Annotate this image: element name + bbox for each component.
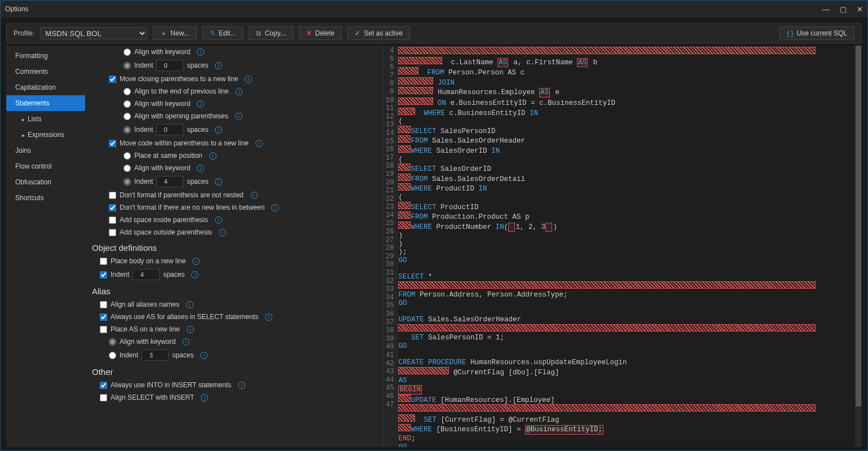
radio-align-keyword-4[interactable] <box>109 338 116 346</box>
info-icon[interactable]: i <box>215 62 222 69</box>
maximize-icon[interactable]: ▢ <box>840 5 847 14</box>
info-icon[interactable]: i <box>201 394 208 401</box>
sidebar-item-label: Shortcuts <box>15 194 44 202</box>
label-spaces-objdef: spaces <box>163 271 184 278</box>
check-add-space-inside[interactable] <box>109 216 116 224</box>
options-pane: Align with keywordi Indentspacesi Move c… <box>85 46 383 447</box>
code-scrollbar[interactable] <box>855 46 862 447</box>
info-icon[interactable]: i <box>187 326 194 333</box>
check-move-code-within[interactable] <box>109 140 116 147</box>
radio-align-open-paren[interactable] <box>124 113 131 120</box>
radio-place-same-pos[interactable] <box>124 152 131 160</box>
sidebar-item-lists[interactable]: ▸Lists <box>6 111 85 127</box>
info-icon[interactable]: i <box>200 352 208 359</box>
sidebar-item-flow-control[interactable]: Flow control <box>6 158 85 174</box>
section-object-definitions: Object definitions <box>92 238 373 255</box>
info-icon[interactable]: i <box>219 229 226 236</box>
use-current-sql-button[interactable]: { }Use current SQL <box>779 26 854 40</box>
set-active-button[interactable]: ✓Set as active <box>347 26 410 40</box>
profile-select[interactable]: MSDN SQL BOL <box>40 27 147 39</box>
sidebar-item-statements[interactable]: Statements <box>6 95 85 111</box>
sidebar-item-label: Statements <box>15 99 50 107</box>
label-indent-alias: Indent <box>120 351 138 359</box>
check-dont-format-nested[interactable] <box>109 192 116 199</box>
sidebar-item-label: Lists <box>28 115 42 123</box>
label-place-as-newline: Place AS on a new line <box>111 325 180 333</box>
check-place-as-newline[interactable] <box>100 326 107 333</box>
sidebar-item-capitalization[interactable]: Capitalization <box>6 79 85 95</box>
close-icon[interactable]: ✕ <box>857 5 863 14</box>
sidebar-item-formatting[interactable]: Formatting <box>6 48 85 64</box>
info-icon[interactable]: i <box>186 301 193 308</box>
radio-indent-3[interactable] <box>124 178 131 185</box>
info-icon[interactable]: i <box>250 192 258 199</box>
copy-button[interactable]: ⧉Copy... <box>249 26 293 40</box>
check-indent-objdef[interactable] <box>100 271 107 278</box>
label-move-closing: Move closing parentheses to a new line <box>120 75 238 83</box>
check-move-closing[interactable] <box>109 76 116 83</box>
info-icon[interactable]: i <box>271 204 279 211</box>
info-icon[interactable]: i <box>197 48 204 56</box>
sidebar: FormattingCommentsCapitalizationStatemen… <box>6 46 85 447</box>
info-icon[interactable]: i <box>235 88 243 95</box>
sidebar-item-label: Obfuscation <box>15 178 51 186</box>
check-align-aliases[interactable] <box>100 301 107 308</box>
info-icon[interactable]: i <box>182 338 190 346</box>
sidebar-item-label: Comments <box>15 68 48 76</box>
info-icon[interactable]: i <box>255 140 263 147</box>
info-icon[interactable]: i <box>235 113 243 120</box>
indent-value-2[interactable] <box>156 124 183 135</box>
info-icon[interactable]: i <box>209 152 217 160</box>
info-icon[interactable]: i <box>197 100 204 108</box>
label-spaces-2: spaces <box>187 126 208 134</box>
info-icon[interactable]: i <box>265 313 272 321</box>
sidebar-item-comments[interactable]: Comments <box>6 64 85 79</box>
sidebar-item-label: Formatting <box>15 52 47 60</box>
sidebar-item-label: Joins <box>15 147 31 154</box>
check-dont-format-newlines[interactable] <box>109 204 116 211</box>
radio-align-keyword-2[interactable] <box>124 100 131 108</box>
check-place-body-newline[interactable] <box>100 258 107 265</box>
radio-indent-1[interactable] <box>124 62 131 69</box>
scrollbar-thumb[interactable] <box>856 46 861 406</box>
info-icon[interactable]: i <box>215 178 222 185</box>
check-align-select-insert[interactable] <box>100 394 107 401</box>
radio-align-keyword-1[interactable] <box>124 48 131 56</box>
sidebar-item-shortcuts[interactable]: Shortcuts <box>6 190 85 206</box>
info-icon[interactable]: i <box>197 165 204 172</box>
check-icon: ✓ <box>355 29 360 37</box>
label-indent-2: Indent <box>134 126 153 134</box>
radio-indent-2[interactable] <box>124 126 131 134</box>
check-always-use-as[interactable] <box>100 313 107 321</box>
indent-value-objdef[interactable] <box>133 269 160 280</box>
label-align-open-paren: Align with opening parentheses <box>134 112 228 120</box>
indent-value-alias[interactable] <box>142 350 169 361</box>
sidebar-item-joins[interactable]: Joins <box>6 143 85 158</box>
indent-value-1[interactable] <box>156 60 183 71</box>
edit-button[interactable]: ✎Edit... <box>202 26 244 40</box>
label-always-use-into: Always use INTO in INSERT statements <box>111 381 231 389</box>
radio-align-keyword-3[interactable] <box>124 165 131 172</box>
indent-value-3[interactable] <box>156 176 183 187</box>
chevron-right-icon: ▸ <box>22 117 28 122</box>
label-place-body-newline: Place body on a new line <box>111 257 186 265</box>
check-always-use-into[interactable] <box>100 382 107 389</box>
titlebar: Options — ▢ ✕ <box>1 1 867 17</box>
new-button[interactable]: ＋New... <box>153 26 196 40</box>
info-icon[interactable]: i <box>215 216 222 224</box>
sidebar-item-expressions[interactable]: ▸Expressions <box>6 127 85 143</box>
sidebar-item-obfuscation[interactable]: Obfuscation <box>6 174 85 190</box>
plus-icon: ＋ <box>160 29 167 38</box>
minimize-icon[interactable]: — <box>822 5 830 14</box>
check-add-space-outside[interactable] <box>109 229 116 236</box>
info-icon[interactable]: i <box>245 76 252 83</box>
info-icon[interactable]: i <box>238 382 245 389</box>
info-icon[interactable]: i <box>215 126 222 134</box>
radio-indent-alias[interactable] <box>109 352 116 359</box>
toolbar: Profile: MSDN SQL BOL ＋New... ✎Edit... ⧉… <box>6 23 862 43</box>
info-icon[interactable]: i <box>191 271 199 278</box>
copy-icon: ⧉ <box>256 29 261 37</box>
radio-align-end-prev[interactable] <box>124 88 131 95</box>
delete-button[interactable]: ✕Delete <box>299 26 342 40</box>
info-icon[interactable]: i <box>192 258 200 265</box>
